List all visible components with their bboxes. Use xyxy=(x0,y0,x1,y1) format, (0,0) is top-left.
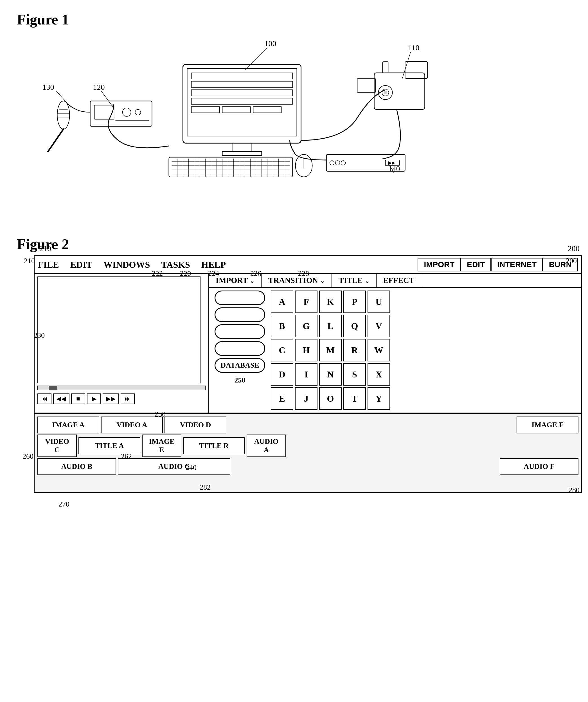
letter-grid: A F K P U B G L Q V xyxy=(271,290,390,410)
panel-body: DATABASE 250 A F K P U xyxy=(209,288,581,413)
ctrl-step-fwd[interactable]: ⏭ xyxy=(121,393,135,404)
letter-S[interactable]: S xyxy=(343,363,366,385)
svg-rect-16 xyxy=(192,107,220,113)
clip-image-a[interactable]: IMAGE A xyxy=(37,417,99,434)
figure1-label: Figure 1 xyxy=(17,11,571,28)
svg-rect-57 xyxy=(95,105,114,119)
svg-rect-13 xyxy=(192,81,293,88)
ctrl-stop[interactable]: ■ xyxy=(71,393,85,404)
timeline-row-3: AUDIO B AUDIO C AUDIO F xyxy=(37,458,578,475)
menu-tasks[interactable]: TASKS xyxy=(161,260,190,270)
svg-rect-11 xyxy=(187,69,297,136)
clip-image-e[interactable]: IMAGEE xyxy=(142,435,182,457)
db-oval-2[interactable] xyxy=(215,308,265,322)
letter-L[interactable]: L xyxy=(319,315,342,337)
letter-U[interactable]: U xyxy=(367,290,390,313)
svg-point-59 xyxy=(135,109,141,115)
app-content: ⏮ ◀◀ ■ ▶ ▶▶ ⏭ IMPORT xyxy=(34,274,581,492)
letter-D[interactable]: D xyxy=(271,363,293,385)
letter-I[interactable]: I xyxy=(295,363,318,385)
db-oval-1[interactable] xyxy=(215,290,265,305)
clip-audio-b[interactable]: AUDIO B xyxy=(37,458,116,475)
clip-audio-a[interactable]: AUDIOA xyxy=(247,435,286,457)
clip-image-f[interactable]: IMAGE F xyxy=(516,417,578,434)
preview-screen xyxy=(37,276,201,383)
title-arrow-icon: ⌄ xyxy=(365,278,369,284)
letter-O[interactable]: O xyxy=(319,387,342,410)
letter-R[interactable]: R xyxy=(343,339,366,361)
clip-video-c[interactable]: VIDEOC xyxy=(37,435,77,457)
timeline-row-1: IMAGE A VIDEO A VIDEO D IMAGE F xyxy=(37,417,578,434)
ref-240-label: 240 xyxy=(186,464,197,472)
db-oval-4[interactable] xyxy=(215,341,265,356)
tab-edit[interactable]: EDIT xyxy=(461,258,491,271)
letter-B[interactable]: B xyxy=(271,315,293,337)
panel-tab-transition[interactable]: TRANSITION ⌄ xyxy=(261,274,332,287)
ctrl-step-back[interactable]: ⏮ xyxy=(37,393,51,404)
figure1-svg: 100 110 130 120 140 xyxy=(17,33,571,225)
letter-C[interactable]: C xyxy=(271,339,293,361)
menu-edit[interactable]: EDIT xyxy=(70,260,92,270)
db-oval-3[interactable] xyxy=(215,324,265,339)
letter-N[interactable]: N xyxy=(319,363,342,385)
ref-262-label: 262 xyxy=(121,452,132,461)
ctrl-rewind[interactable]: ◀◀ xyxy=(53,393,70,404)
clip-video-a[interactable]: VIDEO A xyxy=(101,417,163,434)
clip-title-r[interactable]: TITLE R xyxy=(183,437,245,454)
right-panel: IMPORT ⌄ TRANSITION ⌄ TITLE ⌄ xyxy=(209,274,581,413)
ref-270-label: 270 xyxy=(58,500,70,508)
ref-210-label: 210 xyxy=(24,257,35,265)
letter-W[interactable]: W xyxy=(367,339,390,361)
playback-controls: ⏮ ◀◀ ■ ▶ ▶▶ ⏭ xyxy=(37,393,206,404)
clip-title-a[interactable]: TITLE A xyxy=(79,437,140,454)
panel-tab-effect[interactable]: EFFECT xyxy=(376,274,421,287)
svg-text:120: 120 xyxy=(93,83,105,91)
letter-A[interactable]: A xyxy=(271,290,293,313)
menu-windows[interactable]: WINDOWS xyxy=(104,260,150,270)
svg-text:130: 130 xyxy=(42,83,54,91)
ref-228-label: 228 xyxy=(298,269,309,278)
svg-line-7 xyxy=(102,91,113,107)
db-oval-database[interactable]: DATABASE xyxy=(215,358,265,373)
menu-help[interactable]: HELP xyxy=(201,260,226,270)
scrubber-thumb xyxy=(49,386,57,390)
ref-224-label: 224 xyxy=(208,269,219,278)
db-column: DATABASE 250 xyxy=(212,290,268,410)
tab-internet[interactable]: INTERNET xyxy=(491,258,543,271)
letter-Y[interactable]: Y xyxy=(367,387,390,410)
letter-Q[interactable]: Q xyxy=(343,315,366,337)
menu-file[interactable]: FILE xyxy=(38,260,59,270)
tab-import[interactable]: IMPORT xyxy=(418,258,461,271)
preview-scrubber[interactable] xyxy=(37,385,206,390)
svg-rect-15 xyxy=(192,98,293,104)
clip-video-d[interactable]: VIDEO D xyxy=(164,417,226,434)
app-window: FILE EDIT WINDOWS TASKS HELP IMPORT EDIT… xyxy=(34,255,582,493)
svg-point-58 xyxy=(123,108,131,116)
svg-rect-56 xyxy=(90,101,152,126)
letter-M[interactable]: M xyxy=(319,339,342,361)
letter-H[interactable]: H xyxy=(295,339,318,361)
ref-282-label: 282 xyxy=(200,483,211,492)
letter-T[interactable]: T xyxy=(343,387,366,410)
svg-rect-55 xyxy=(383,62,388,73)
svg-rect-17 xyxy=(222,107,251,113)
letter-V[interactable]: V xyxy=(367,315,390,337)
letter-F[interactable]: F xyxy=(295,290,318,313)
ctrl-ffwd[interactable]: ▶▶ xyxy=(103,393,119,404)
letter-G[interactable]: G xyxy=(295,315,318,337)
letter-E[interactable]: E xyxy=(271,387,293,410)
clip-audio-f[interactable]: AUDIO F xyxy=(500,458,578,475)
ref-200-label: 200 xyxy=(566,257,577,265)
ctrl-play[interactable]: ▶ xyxy=(87,393,101,404)
letter-J[interactable]: J xyxy=(295,387,318,410)
svg-rect-12 xyxy=(192,73,293,79)
figure1-section: Figure 1 100 110 130 120 140 xyxy=(17,11,571,225)
clip-audio-c[interactable]: AUDIO C xyxy=(118,458,230,475)
svg-rect-19 xyxy=(232,143,252,151)
letter-X[interactable]: X xyxy=(367,363,390,385)
panel-tab-title[interactable]: TITLE ⌄ xyxy=(332,274,376,287)
preview-panel: ⏮ ◀◀ ■ ▶ ▶▶ ⏭ xyxy=(34,274,209,413)
timeline-rows: IMAGE A VIDEO A VIDEO D IMAGE F VIDEOC T… xyxy=(34,414,581,478)
letter-K[interactable]: K xyxy=(319,290,342,313)
letter-P[interactable]: P xyxy=(343,290,366,313)
